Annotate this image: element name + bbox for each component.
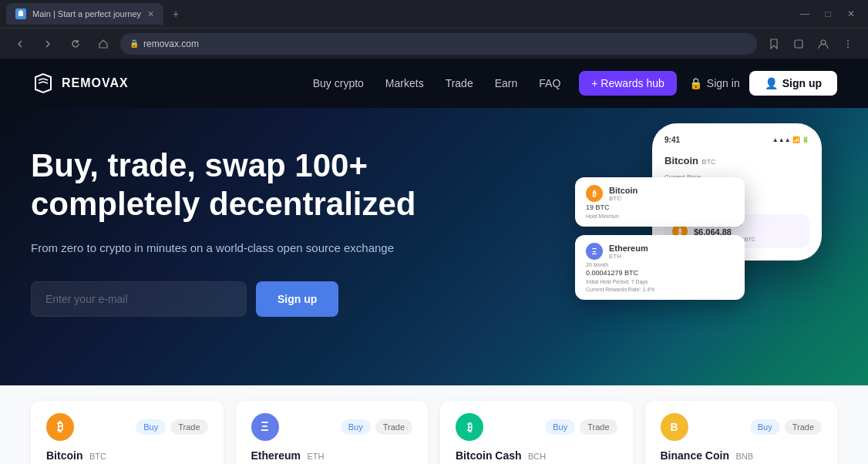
- float-eth-detail2: Initial Hold Period: 7 Days: [586, 279, 734, 284]
- nav-link-earn[interactable]: Earn: [495, 77, 518, 89]
- hero-subtitle: From zero to crypto in minutes on a worl…: [31, 240, 416, 257]
- lock-icon: 🔒: [130, 39, 139, 48]
- bch-action-btns: Buy Trade: [545, 419, 617, 435]
- float-amount: 19 BTC: [586, 203, 734, 211]
- close-btn[interactable]: ✕: [840, 3, 862, 25]
- price-card-btc: ₿ Buy Trade Bitcoin BTC $104,452.99 -0.9…: [31, 401, 224, 464]
- signin-button[interactable]: 🔒 Sign in: [689, 77, 740, 89]
- rewards-hub-btn[interactable]: + Rewards hub: [579, 71, 677, 96]
- float-eth-name: Ethereum: [609, 244, 648, 253]
- nav-link-buy-crypto[interactable]: Buy crypto: [313, 77, 364, 89]
- bch-name-row: Bitcoin Cash BCH: [456, 449, 617, 462]
- phone-coin-symbol: BTC: [702, 158, 716, 166]
- eth-card-header: Ξ Buy Trade: [251, 413, 413, 441]
- price-cards-row: ₿ Buy Trade Bitcoin BTC $104,452.99 -0.9…: [31, 401, 837, 464]
- tab-close-btn[interactable]: ✕: [147, 9, 154, 19]
- active-tab[interactable]: Main | Start a perfect journey ✕: [6, 3, 163, 25]
- nav-link-markets[interactable]: Markets: [385, 77, 424, 89]
- btc-badge: ₿: [46, 413, 74, 441]
- btc-name: Bitcoin: [46, 449, 82, 462]
- lock-icon: 🔒: [689, 77, 702, 89]
- forward-btn[interactable]: [37, 33, 59, 55]
- website: REMOVAX Buy crypto Markets Trade Earn FA…: [0, 59, 868, 464]
- bch-buy-btn[interactable]: Buy: [545, 419, 575, 435]
- tab-bar: Main | Start a perfect journey ✕ + — □ ✕: [0, 0, 868, 28]
- svg-point-4: [847, 46, 849, 48]
- nav-link-trade[interactable]: Trade: [446, 77, 473, 89]
- price-card-eth: Ξ Buy Trade Ethereum ETH $3,248.15 +1.48…: [236, 401, 429, 464]
- phone-status-icons: ▲▲▲ 📶 🔋: [772, 136, 809, 143]
- signup-hero-btn[interactable]: Sign up: [256, 281, 338, 317]
- bch-symbol: BCH: [528, 452, 546, 461]
- reload-btn[interactable]: [65, 33, 86, 55]
- phone-coin-name: Bitcoin: [664, 155, 698, 166]
- bnb-symbol: BNB: [735, 452, 753, 461]
- email-input[interactable]: [31, 281, 247, 317]
- signup-button[interactable]: 👤 Sign up: [749, 71, 837, 96]
- user-icon: 👤: [765, 77, 778, 89]
- float-eth-detail3: Current Rewards Rate: 1.4%: [586, 287, 734, 292]
- svg-rect-0: [795, 40, 802, 48]
- browser-chrome: Main | Start a perfect journey ✕ + — □ ✕…: [0, 0, 868, 59]
- svg-point-3: [847, 43, 849, 45]
- bookmark-btn[interactable]: [763, 33, 785, 55]
- phone-mockup-container: 9:41 ▲▲▲ 📶 🔋 Bitcoin BTC Current Price $…: [575, 123, 822, 261]
- eth-name: Ethereum: [251, 449, 301, 462]
- back-btn[interactable]: [9, 33, 31, 55]
- profile-btn[interactable]: [812, 33, 834, 55]
- phone-time: 9:41: [664, 136, 680, 144]
- logo-text: REMOVAX: [62, 76, 129, 90]
- price-card-bnb: B Buy Trade Binance Coin BNB $678.97 +0.…: [645, 401, 838, 464]
- minimize-btn[interactable]: —: [794, 3, 816, 25]
- menu-btn[interactable]: [837, 33, 859, 55]
- price-card-bch: ₿ Buy Trade Bitcoin Cash BCH $430.50 +0.…: [440, 401, 633, 464]
- float-card-btc: ₿ Bitcoin BTC 19 BTC Hold Minimun: [575, 177, 745, 227]
- tab-title: Main | Start a perfect journey: [32, 9, 141, 18]
- phone-status-bar: 9:41 ▲▲▲ 📶 🔋: [664, 136, 809, 144]
- float-eth-amount: 0.00041279 BTC: [586, 269, 734, 277]
- bch-name: Bitcoin Cash: [456, 449, 522, 462]
- float-detail: Hold Minimun: [586, 214, 734, 219]
- float-card-eth: Ξ Ethereum ETH 26 Month 0.00041279 BTC I…: [575, 235, 745, 300]
- new-tab-btn[interactable]: +: [167, 5, 185, 23]
- float-coin-name: Bitcoin: [609, 186, 638, 195]
- btc-symbol: BTC: [89, 452, 106, 461]
- btc-trade-btn[interactable]: Trade: [170, 419, 207, 435]
- nav-links: Buy crypto Markets Trade Earn FAQ: [313, 77, 561, 89]
- bnb-trade-btn[interactable]: Trade: [785, 419, 822, 435]
- bnb-action-btns: Buy Trade: [750, 419, 822, 435]
- float-card-eth-row: Ξ Ethereum ETH: [586, 243, 734, 260]
- extensions-btn[interactable]: [788, 33, 809, 55]
- btc-icon: ₿: [586, 185, 603, 202]
- signup-label: Sign up: [782, 77, 822, 89]
- bnb-name: Binance Coin: [661, 449, 729, 462]
- home-btn[interactable]: [93, 33, 114, 55]
- toolbar-right: [763, 33, 859, 55]
- btc-action-btns: Buy Trade: [136, 419, 207, 435]
- maximize-btn[interactable]: □: [817, 3, 839, 25]
- address-input[interactable]: 🔒 removax.com: [120, 33, 757, 55]
- hero-content: Buy, trade, swap 100+ completely decentr…: [31, 146, 416, 317]
- eth-badge: Ξ: [251, 413, 279, 441]
- bch-card-header: ₿ Buy Trade: [456, 413, 617, 441]
- phone-coin-info: Bitcoin BTC: [664, 153, 809, 167]
- btc-buy-btn[interactable]: Buy: [136, 419, 166, 435]
- hero-title: Buy, trade, swap 100+ completely decentr…: [31, 146, 416, 224]
- tab-favicon: [15, 8, 26, 19]
- float-eth-symbol: ETH: [609, 253, 648, 260]
- float-card-btc-row: ₿ Bitcoin BTC: [586, 185, 734, 202]
- url-display: removax.com: [143, 39, 199, 49]
- bnb-card-header: B Buy Trade: [661, 413, 823, 441]
- float-coin-symbol: BTC: [609, 195, 638, 202]
- bnb-name-row: Binance Coin BNB: [661, 449, 823, 462]
- prices-section: ₿ Buy Trade Bitcoin BTC $104,452.99 -0.9…: [0, 385, 868, 464]
- btc-name-row: Bitcoin BTC: [46, 449, 208, 462]
- window-controls: — □ ✕: [794, 3, 862, 25]
- logo[interactable]: REMOVAX: [31, 71, 129, 96]
- eth-buy-btn[interactable]: Buy: [341, 419, 371, 435]
- nav-link-faq[interactable]: FAQ: [539, 77, 560, 89]
- bch-badge: ₿: [456, 413, 483, 441]
- bnb-buy-btn[interactable]: Buy: [750, 419, 780, 435]
- eth-trade-btn[interactable]: Trade: [375, 419, 412, 435]
- bch-trade-btn[interactable]: Trade: [580, 419, 617, 435]
